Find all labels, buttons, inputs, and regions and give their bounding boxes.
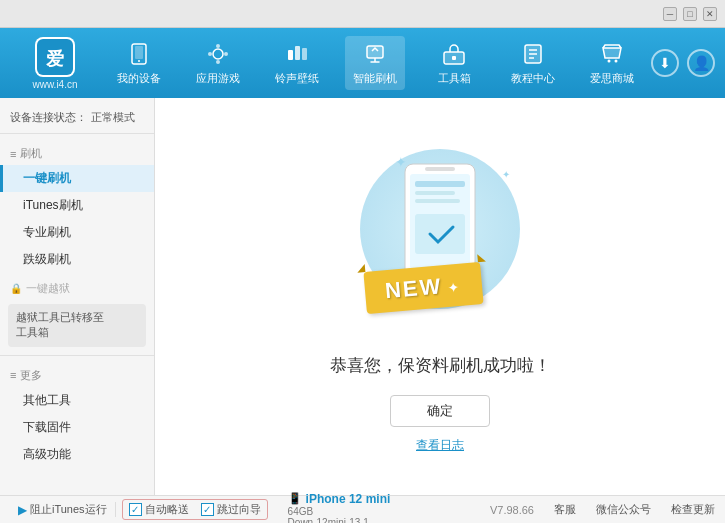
jailbreak-notice: 越狱工具已转移至工具箱 — [8, 304, 146, 347]
success-message: 恭喜您，保资料刷机成功啦！ — [330, 354, 551, 377]
check-update-button[interactable]: 检查更新 — [671, 502, 715, 517]
jailbreak-lock-icon: 🔒 — [10, 283, 22, 294]
svg-point-6 — [216, 44, 220, 48]
skip-guide-checkbox-box: ✓ — [201, 503, 214, 516]
svg-rect-11 — [295, 46, 300, 60]
nav-item-ringtone[interactable]: 铃声壁纸 — [267, 36, 327, 90]
svg-point-4 — [138, 60, 140, 62]
nav-label-shop: 爱思商城 — [590, 71, 634, 86]
more-section-label: 更多 — [20, 368, 42, 383]
wechat-button[interactable]: 微信公众号 — [596, 502, 651, 517]
toolbox-icon — [440, 40, 468, 68]
app-logo: 爱 — [35, 37, 75, 77]
device-name: iPhone 12 mini — [306, 492, 391, 506]
tutorial-icon — [519, 40, 547, 68]
itunes-stop-icon: ▶ — [18, 503, 27, 517]
svg-point-20 — [607, 60, 610, 63]
header-actions: ⬇ 👤 — [651, 49, 715, 77]
nav-item-smart-flash[interactable]: 智能刷机 — [345, 36, 405, 90]
status-value: 正常模式 — [91, 110, 135, 125]
logo-area: 爱 www.i4.cn — [10, 37, 100, 90]
sidebar-section-flash: ≡ 刷机 — [0, 142, 154, 165]
svg-rect-10 — [288, 50, 293, 60]
svg-rect-15 — [452, 56, 456, 60]
status-label: 设备连接状态： — [10, 110, 87, 125]
nav-item-tutorial[interactable]: 教程中心 — [503, 36, 563, 90]
jailbreak-notice-text: 越狱工具已转移至工具箱 — [16, 311, 104, 338]
svg-point-5 — [213, 49, 223, 59]
svg-rect-25 — [425, 167, 455, 171]
shop-icon — [598, 40, 626, 68]
nav-item-toolbox[interactable]: 工具箱 — [424, 36, 484, 90]
svg-rect-29 — [415, 214, 465, 254]
bottom-bar: ▶ 阻止iTunes运行 ✓ 自动略送 ✓ 跳过向导 📱 iPhone 12 m… — [0, 495, 725, 523]
maximize-button[interactable]: □ — [683, 7, 697, 21]
auto-skip-checkbox-box: ✓ — [129, 503, 142, 516]
nav-label-my-device: 我的设备 — [117, 71, 161, 86]
sidebar-item-pro-flash[interactable]: 专业刷机 — [0, 219, 154, 246]
nav-item-app-game[interactable]: 应用游戏 — [188, 36, 248, 90]
download-button[interactable]: ⬇ — [651, 49, 679, 77]
svg-rect-12 — [302, 48, 307, 60]
svg-point-21 — [614, 60, 617, 63]
success-illustration: ✦ ✦ ✦ — [340, 139, 540, 339]
sparkle-2: ✦ — [502, 169, 510, 180]
sidebar-divider — [0, 355, 154, 356]
guide-link[interactable]: 查看日志 — [416, 437, 464, 454]
device-storage: 64GB — [288, 506, 314, 517]
svg-point-9 — [208, 52, 212, 56]
svg-point-8 — [216, 60, 220, 64]
minimize-button[interactable]: ─ — [663, 7, 677, 21]
user-button[interactable]: 👤 — [687, 49, 715, 77]
device-system-text: Down-12mini-13,1 — [288, 517, 369, 524]
sidebar-item-downgrade-flash[interactable]: 跌级刷机 — [0, 246, 154, 273]
nav-item-shop[interactable]: 爱思商城 — [582, 36, 642, 90]
bottom-right-actions: V7.98.66 客服 微信公众号 检查更新 — [490, 502, 715, 517]
flash-section-icon: ≡ — [10, 148, 16, 160]
success-text: 恭喜您，保资料刷机成功啦！ — [330, 356, 551, 375]
sidebar-item-other-tools[interactable]: 其他工具 — [0, 387, 154, 414]
close-button[interactable]: ✕ — [703, 7, 717, 21]
sidebar-item-download-firmware[interactable]: 下载固件 — [0, 414, 154, 441]
nav-bar: 我的设备 应用游戏 — [100, 36, 651, 90]
checkbox-area: ✓ 自动略送 ✓ 跳过向导 — [122, 499, 268, 520]
device-status-bar: 设备连接状态： 正常模式 — [0, 106, 154, 134]
device-system: Down-12mini-13,1 — [288, 517, 391, 524]
nav-label-tutorial: 教程中心 — [511, 71, 555, 86]
nav-label-toolbox: 工具箱 — [438, 71, 471, 86]
auto-skip-checkbox[interactable]: ✓ 自动略送 — [129, 502, 189, 517]
ribbon-fold-left — [357, 264, 366, 273]
sidebar-item-one-click-flash[interactable]: 一键刷机 — [0, 165, 154, 192]
support-button[interactable]: 客服 — [554, 502, 576, 517]
skip-guide-checkbox[interactable]: ✓ 跳过向导 — [201, 502, 261, 517]
app-game-icon — [204, 40, 232, 68]
device-detail: 64GB — [288, 506, 391, 517]
sidebar-item-itunes-flash[interactable]: iTunes刷机 — [0, 192, 154, 219]
device-info: 📱 iPhone 12 mini 64GB Down-12mini-13,1 — [288, 492, 391, 524]
ringtone-icon — [283, 40, 311, 68]
main-area: 设备连接状态： 正常模式 ≡ 刷机 一键刷机 iTunes刷机 专业刷机 跌级刷… — [0, 98, 725, 495]
svg-point-7 — [224, 52, 228, 56]
svg-text:爱: 爱 — [46, 49, 64, 69]
logo-website: www.i4.cn — [32, 79, 77, 90]
more-section-icon: ≡ — [10, 369, 16, 381]
jailbreak-section-label: 一键越狱 — [26, 281, 70, 296]
sidebar-section-jailbreak: 🔒 一键越狱 — [0, 277, 154, 300]
nav-label-ringtone: 铃声壁纸 — [275, 71, 319, 86]
auto-skip-label: 自动略送 — [145, 502, 189, 517]
sidebar: 设备连接状态： 正常模式 ≡ 刷机 一键刷机 iTunes刷机 专业刷机 跌级刷… — [0, 98, 155, 495]
titlebar-controls: ─ □ ✕ — [663, 7, 717, 21]
nav-label-app-game: 应用游戏 — [196, 71, 240, 86]
confirm-button[interactable]: 确定 — [390, 395, 490, 427]
new-text: NEW — [384, 273, 443, 303]
sidebar-item-advanced[interactable]: 高级功能 — [0, 441, 154, 468]
content-area: ✦ ✦ ✦ — [155, 98, 725, 495]
flash-section-label: 刷机 — [20, 146, 42, 161]
nav-item-my-device[interactable]: 我的设备 — [109, 36, 169, 90]
itunes-stop-button[interactable]: ▶ 阻止iTunes运行 — [10, 502, 116, 517]
skip-guide-label: 跳过向导 — [217, 502, 261, 517]
itunes-stop-label: 阻止iTunes运行 — [30, 502, 107, 517]
svg-rect-27 — [415, 191, 455, 195]
nav-label-smart-flash: 智能刷机 — [353, 71, 397, 86]
new-badge: NEW ✦ — [363, 262, 483, 314]
